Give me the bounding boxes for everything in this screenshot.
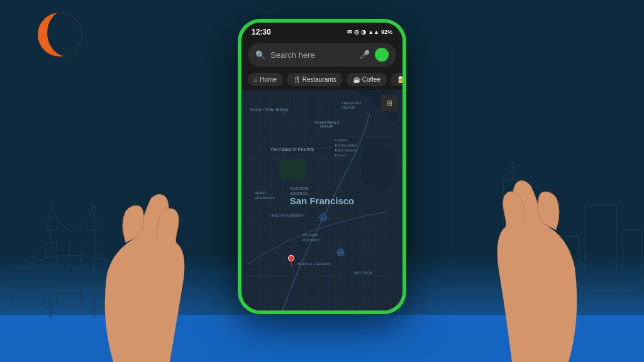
chip-restaurants[interactable]: 🍴 Restaurants xyxy=(287,73,343,86)
hand-left xyxy=(88,161,214,362)
status-bar: 12:30 ✉ ◎ ◑ ▲▲ 92% xyxy=(242,23,402,39)
status-time: 12:30 xyxy=(252,28,271,36)
search-icon: 🔍 xyxy=(255,50,265,60)
location-icon: ◎ xyxy=(354,29,359,35)
map-label-embarcadero: CentralEmbarcaderoPiers HistoricDistrict xyxy=(335,138,357,158)
green-avatar-dot[interactable] xyxy=(375,48,389,62)
map-view[interactable]: 101 280 Golden Gate Bridge FISHERMAN'SWH… xyxy=(242,90,402,310)
layer-button[interactable]: ⊞ xyxy=(381,95,397,111)
search-bar-container: 🔍 Search here 🎤 xyxy=(242,39,402,70)
headphones-icon: ◑ xyxy=(361,29,366,35)
map-label-bayview: BAY VIEW xyxy=(354,271,372,275)
map-label-city-name: San Francisco xyxy=(290,195,355,206)
coffee-icon: ☕ xyxy=(353,76,360,83)
map-label-treasury: TREASURYISLAND xyxy=(341,101,362,111)
search-placeholder[interactable]: Search here xyxy=(270,50,354,60)
svg-text:280: 280 xyxy=(338,251,343,255)
signal-icon: ▲▲ xyxy=(368,29,379,35)
map-label-haight-ashbury: HAIGHT-ASHBURY xyxy=(270,214,304,217)
map-label-palace-fine-arts: The Palace Of Fine Arts xyxy=(270,147,314,151)
chip-coffee-label: Coffee xyxy=(362,76,380,83)
search-bar[interactable]: 🔍 Search here 🎤 xyxy=(248,43,396,67)
svg-text:101: 101 xyxy=(321,217,326,220)
chip-home-label: Home xyxy=(260,76,277,83)
status-icons: ✉ ◎ ◑ ▲▲ 92% xyxy=(347,29,392,35)
map-label-fishermans-wharf: FISHERMAN'SWHARF xyxy=(314,121,339,128)
svg-rect-64 xyxy=(280,160,306,180)
battery-level: 92% xyxy=(381,29,392,35)
phone-screen: 12:30 ✉ ◎ ◑ ▲▲ 92% 🔍 Search here 🎤 ⌂ Hom… xyxy=(242,23,402,310)
chip-coffee[interactable]: ☕ Coffee xyxy=(347,73,387,86)
phone-device: 12:30 ✉ ◎ ◑ ▲▲ 92% 🔍 Search here 🎤 ⌂ Hom… xyxy=(238,19,406,314)
bar-icon: 🍺 xyxy=(397,76,402,83)
email-icon: ✉ xyxy=(347,29,352,35)
home-icon: ⌂ xyxy=(254,76,258,83)
svg-point-69 xyxy=(288,255,294,261)
chip-home[interactable]: ⌂ Home xyxy=(248,73,283,86)
map-label-mission: MISSIONDISTRICT xyxy=(303,233,320,243)
chip-bar[interactable]: 🍺 B xyxy=(391,73,402,86)
chip-restaurants-label: Restaurants xyxy=(303,76,336,83)
map-label-golden-gate: Golden Gate Bridge xyxy=(250,107,289,112)
restaurants-icon: 🍴 xyxy=(293,76,301,83)
filter-chips: ⌂ Home 🍴 Restaurants ☕ Coffee 🍺 B xyxy=(242,70,402,90)
map-label-inner-richmond: INNERRICHMOND xyxy=(254,191,275,201)
moon xyxy=(38,13,82,57)
hand-right xyxy=(468,142,594,362)
map-label-bernal: BERNAL HEIGHTS xyxy=(298,262,331,266)
microphone-icon[interactable]: 🎤 xyxy=(359,50,370,60)
